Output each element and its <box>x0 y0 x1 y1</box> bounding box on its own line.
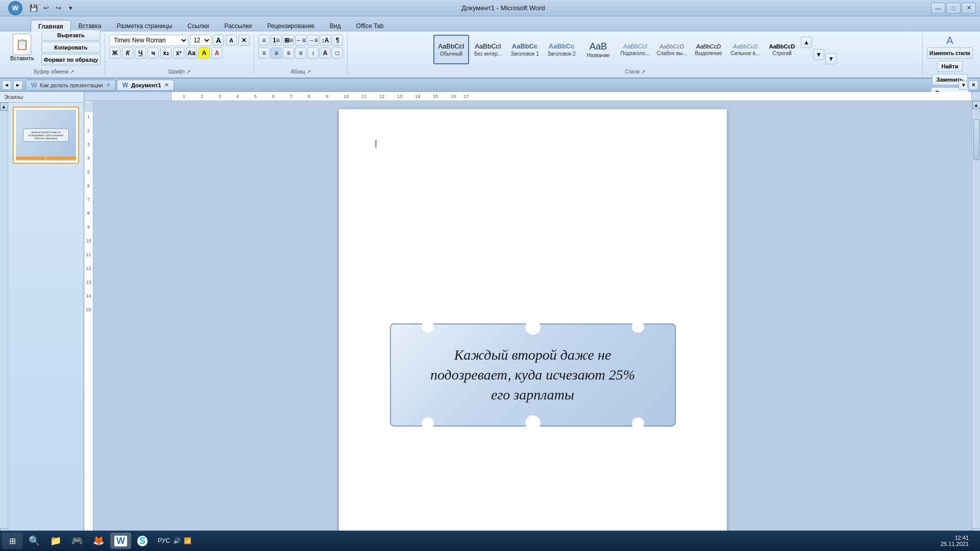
doc-tab-document1[interactable]: W Документ1 ✕ <box>117 80 174 91</box>
line-spacing-button[interactable]: ↕ <box>307 47 318 59</box>
style-subtle-emph-preview: AaBbCcD <box>659 43 684 50</box>
font-size-select[interactable]: 12 <box>190 35 211 46</box>
borders-button[interactable]: □ <box>332 47 343 59</box>
superscript-button[interactable]: x² <box>173 47 184 59</box>
ribbon: Главная Вставка Разметка страницы Ссылки… <box>0 16 980 79</box>
highlight-button[interactable]: A <box>199 47 210 59</box>
align-right-button[interactable]: ≡ <box>283 47 294 59</box>
style-heading1-button[interactable]: AaBbCc Заголовок 1 <box>507 35 543 64</box>
tab-nav-next[interactable]: ► <box>13 81 22 90</box>
tab-close-all[interactable]: ✕ <box>969 81 978 90</box>
skype-button[interactable]: S <box>133 533 152 549</box>
find-button[interactable]: Найти <box>937 61 963 72</box>
maximize-button[interactable]: □ <box>946 3 961 14</box>
doc-tab-active-close[interactable]: ✕ <box>164 82 168 88</box>
tab-nav-prev[interactable]: ◄ <box>2 81 11 90</box>
search-button[interactable]: 🔍 <box>24 533 44 549</box>
horizontal-ruler: 1 2 3 4 5 6 7 8 9 10 11 12 13 14 15 16 1 <box>84 92 980 101</box>
word-page[interactable]: Каждый второй даже не подозревает, куда … <box>339 109 727 537</box>
sidebar-scroll-up[interactable]: ▲ <box>0 103 8 111</box>
style-subtle-emph-button[interactable]: AaBbCcD Слабое вы... <box>654 35 690 64</box>
justify-button[interactable]: ≡ <box>295 47 306 59</box>
word-button[interactable]: W <box>110 533 131 549</box>
styles-scroll-up[interactable]: ▲ <box>801 37 812 48</box>
tab-view[interactable]: Вид <box>322 19 349 32</box>
font-group: Times New Roman 12 A A ✕ Ж К Ч ч x₂ x² <box>105 34 254 76</box>
minimize-button[interactable]: — <box>931 3 945 14</box>
alignment-row: ≡ ≡ ≡ ≡ ↕ A □ <box>258 47 343 59</box>
scrollbar-thumb[interactable] <box>973 119 979 160</box>
xbox-button[interactable]: 🎮 <box>67 533 87 549</box>
close-button[interactable]: ✕ <box>962 3 976 14</box>
styles-scroll-down[interactable]: ▼ <box>813 49 824 60</box>
qat-save[interactable]: 💾 <box>29 3 39 13</box>
doc-tab-presentation[interactable]: W Как делать презентации ✕ <box>26 80 116 91</box>
style-emphasis-button[interactable]: AaBbCcD Выделение <box>691 35 726 64</box>
font-color-button[interactable]: A <box>211 47 223 59</box>
italic-button[interactable]: К <box>122 47 133 59</box>
scroll-up-button[interactable]: ▲ <box>972 101 981 109</box>
doc-tab-icon: W <box>31 82 37 89</box>
clock[interactable]: 12:41 25.11.2021 <box>941 535 973 547</box>
grow-font-button[interactable]: A <box>213 35 224 46</box>
tab-options-button[interactable]: ▾ <box>959 81 968 90</box>
tab-page-layout[interactable]: Разметка страницы <box>109 19 180 32</box>
style-heading2-button[interactable]: AaBbCc Заголовок 2 <box>544 35 579 64</box>
font-row1: Times New Roman 12 A A ✕ <box>109 35 250 46</box>
clock-time: 12:41 <box>941 535 969 541</box>
system-tray: РУС 🔊 📶 <box>154 537 195 544</box>
subscript-button[interactable]: x₂ <box>160 47 172 59</box>
qat-redo[interactable]: ↪ <box>53 3 63 13</box>
qat-undo[interactable]: ↩ <box>41 3 51 13</box>
format-painter-button[interactable]: Формат по образцу <box>41 54 101 65</box>
style-intense-emph-button[interactable]: AaBbCcD Сильное в... <box>727 35 763 64</box>
decrease-indent-button[interactable]: ←≡ <box>295 35 306 46</box>
style-title-button[interactable]: AaB Название <box>580 35 616 64</box>
case-button[interactable]: Аа <box>186 47 197 59</box>
bold-button[interactable]: Ж <box>109 47 120 59</box>
ribbon-tab-bar: Главная Вставка Разметка страницы Ссылки… <box>0 16 980 32</box>
document-canvas[interactable]: Каждый второй даже не подозревает, куда … <box>93 101 972 537</box>
style-intense-emph-preview: AaBbCcD <box>733 43 757 50</box>
style-normal-button[interactable]: AaBbCcI Обычный <box>433 35 469 64</box>
style-subtitle-button[interactable]: AaBbCcI Подзаголо... <box>617 35 653 64</box>
file-explorer-button[interactable]: 📁 <box>46 533 65 549</box>
underline-button[interactable]: Ч <box>135 47 146 59</box>
bullets-button[interactable]: ≡ <box>258 35 270 46</box>
font-name-select[interactable]: Times New Roman <box>109 35 188 46</box>
style-no-spacing-button[interactable]: AaBbCcI Без интер... <box>470 35 506 64</box>
tab-mailings[interactable]: Рассылки <box>217 19 260 32</box>
align-left-button[interactable]: ≡ <box>258 47 270 59</box>
style-emphasis-preview: AaBbCcD <box>696 43 721 50</box>
firefox-button[interactable]: 🦊 <box>89 533 108 549</box>
qat-more[interactable]: ▾ <box>65 3 76 13</box>
change-styles-button[interactable]: Изменить стили <box>927 47 973 59</box>
style-strong-button[interactable]: AaBbCcD Строгий <box>764 35 800 64</box>
list-buttons-row: ≡ 1≡ ⊞≡ ←≡ →≡ ↕A ¶ <box>258 35 343 46</box>
style-no-spacing-label: Без интер... <box>474 51 502 57</box>
clear-format-button[interactable]: ✕ <box>238 35 250 46</box>
styles-expand[interactable]: ▾ <box>825 53 837 64</box>
show-hide-button[interactable]: ¶ <box>332 35 343 46</box>
fancy-text-box[interactable]: Каждый второй даже не подозревает, куда … <box>390 323 676 427</box>
increase-indent-button[interactable]: →≡ <box>307 35 318 46</box>
shading-button[interactable]: A <box>320 47 331 59</box>
sort-button[interactable]: ↕A <box>320 35 331 46</box>
tab-home[interactable]: Главная <box>31 20 71 32</box>
paste-button[interactable]: 📋 Вставить <box>7 32 37 63</box>
document-area-wrapper: 1 2 3 4 5 6 7 8 9 10 11 12 13 14 15 16 1 <box>84 92 980 537</box>
tab-office[interactable]: Office Tab <box>349 19 391 32</box>
file-explorer-icon: 📁 <box>50 535 61 546</box>
page-thumbnail-1[interactable]: Каждый второй даже не подозревает, куда … <box>13 107 79 164</box>
start-button[interactable]: ⊞ <box>2 533 22 549</box>
doc-tab-close[interactable]: ✕ <box>106 82 110 88</box>
tab-references[interactable]: Ссылки <box>180 19 216 32</box>
strikethrough-button[interactable]: ч <box>148 47 159 59</box>
copy-button[interactable]: Копировать <box>41 42 101 53</box>
numbering-button[interactable]: 1≡ <box>271 35 282 46</box>
tab-review[interactable]: Рецензирование <box>259 19 322 32</box>
align-center-button[interactable]: ≡ <box>271 47 282 59</box>
multilevel-list-button[interactable]: ⊞≡ <box>283 35 294 46</box>
language-indicator: РУС <box>158 537 170 544</box>
shrink-font-button[interactable]: A <box>226 35 237 46</box>
